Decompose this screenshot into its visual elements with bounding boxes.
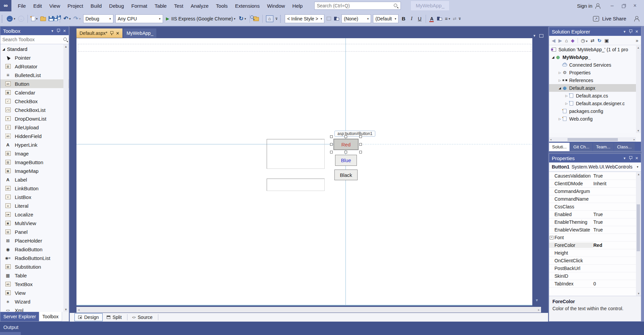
- toolbox-item-xml[interactable]: <>Xml: [0, 306, 69, 312]
- restore-button[interactable]: [618, 1, 629, 11]
- forward-icon[interactable]: ▶: [558, 38, 562, 43]
- toolbox-item-pointer[interactable]: Pointer: [0, 53, 69, 62]
- resize-handle[interactable]: [330, 135, 333, 138]
- open-file-button[interactable]: [39, 14, 47, 24]
- toolbox-item-checkbox[interactable]: ✓CheckBox: [0, 97, 69, 106]
- toolbox-item-listbox[interactable]: ≡ListBox: [0, 193, 69, 201]
- menu-format[interactable]: Format: [128, 0, 151, 11]
- scroll-up-icon[interactable]: ▲: [637, 173, 640, 176]
- css-style-dropdown[interactable]: < Inline Style >▾: [285, 14, 324, 23]
- tree-item-properties[interactable]: ▷ ⚙ Properties: [549, 69, 636, 76]
- tree-item-default-aspx[interactable]: ◢ ⊕ Default.aspx: [549, 84, 636, 92]
- toolbox-item-dropdownlist[interactable]: ▾DropDownList: [0, 114, 69, 123]
- browser-home-button[interactable]: ⌂: [265, 14, 275, 24]
- redo-button[interactable]: ↷▾: [72, 14, 82, 24]
- toolbox-item-localize[interactable]: a●Localize: [0, 210, 69, 219]
- toolbox-item-table[interactable]: ▦Table: [0, 271, 69, 280]
- back-icon[interactable]: ◀: [552, 38, 555, 43]
- menu-analyze[interactable]: Analyze: [187, 0, 212, 11]
- scrollbar-thumb[interactable]: [637, 204, 640, 251]
- tab-mywebapp[interactable]: MyWebApp_: [123, 28, 156, 38]
- property-row[interactable]: PostBackUrl: [549, 265, 636, 272]
- tab-default-aspx[interactable]: Default.aspx* ✕: [76, 28, 122, 38]
- close-icon[interactable]: ✕: [635, 29, 638, 34]
- property-row-forecolor[interactable]: ForeColorRed: [549, 242, 636, 249]
- start-debugging-button[interactable]: ▶IIS Express (Google Chrome)▾: [164, 16, 237, 21]
- property-row[interactable]: CssClass: [549, 203, 636, 211]
- toolbox-item-literal[interactable]: aLiteral: [0, 201, 69, 210]
- css-class-dropdown[interactable]: (None)▾: [341, 14, 371, 23]
- expander-icon[interactable]: ◢: [551, 56, 555, 59]
- property-row[interactable]: Height: [549, 249, 636, 257]
- menu-project[interactable]: Project: [64, 0, 87, 11]
- toolbox-item-view[interactable]: ▣View: [0, 288, 69, 297]
- chevron-down-icon[interactable]: ▾: [624, 156, 626, 160]
- resize-handle[interactable]: [359, 151, 362, 153]
- menu-file[interactable]: File: [14, 0, 30, 11]
- toolbar-grip[interactable]: [2, 15, 4, 22]
- italic-button[interactable]: I: [408, 16, 416, 21]
- toolbox-item-textbox[interactable]: abTextBox: [0, 280, 69, 288]
- show-borders-button[interactable]: [325, 14, 332, 24]
- scroll-down-icon[interactable]: ▼: [64, 308, 67, 311]
- property-row[interactable]: CausesValidationTrue: [549, 172, 636, 180]
- toolbox-search-input[interactable]: [2, 37, 63, 42]
- solution-tree-hscrollbar[interactable]: ◂▸: [549, 137, 636, 142]
- toolbar-overflow-button[interactable]: ▪▪▾: [458, 17, 462, 20]
- collapse-all-icon[interactable]: ▣: [604, 38, 609, 43]
- layout-box-2[interactable]: [267, 179, 325, 191]
- scroll-right-icon[interactable]: ▸: [634, 138, 635, 141]
- property-row[interactable]: CommandName: [549, 195, 636, 203]
- hyperlink-button[interactable]: ⇄: [451, 14, 458, 24]
- pending-changes-icon[interactable]: ◷▾: [581, 38, 588, 43]
- toolbar-overflow-button[interactable]: ▪▪▾: [275, 17, 279, 20]
- tree-item-references[interactable]: ▷ References: [549, 76, 636, 84]
- red-button-control[interactable]: Red: [333, 139, 359, 150]
- toolbox-item-hiddenfield[interactable]: abHiddenField: [0, 132, 69, 140]
- chevron-down-icon[interactable]: ▾: [533, 34, 535, 38]
- expand-plus-icon[interactable]: +: [550, 236, 553, 240]
- toolbox-item-radiobuttonlist[interactable]: ◉≡RadioButtonList: [0, 254, 69, 262]
- tab-solution-explorer[interactable]: Soluti...: [549, 143, 570, 151]
- scroll-left-icon[interactable]: ◂: [78, 308, 79, 312]
- underline-button[interactable]: U: [416, 16, 424, 21]
- property-row-font[interactable]: +Font: [549, 234, 636, 242]
- toolbox-item-linkbutton[interactable]: abLinkButton: [0, 184, 69, 193]
- menu-extensions[interactable]: Extensions: [231, 0, 263, 11]
- tree-item-default-aspx-designer[interactable]: ▷ Default.aspx.designer.c: [549, 99, 636, 107]
- tab-toolbox[interactable]: Toolbox: [39, 312, 62, 321]
- menu-edit[interactable]: Edit: [30, 0, 46, 11]
- feedback-icon[interactable]: [634, 16, 639, 21]
- scroll-left-icon[interactable]: ◂: [550, 138, 551, 141]
- tab-split[interactable]: Split: [103, 314, 125, 321]
- pin-icon[interactable]: [629, 29, 632, 34]
- scroll-up-icon[interactable]: ▲: [637, 46, 640, 49]
- tree-item-mywebapp[interactable]: ◢ ⊕ MyWebApp_: [549, 53, 636, 61]
- toolbar-grip[interactable]: [280, 15, 282, 22]
- toolbox-item-adrotator[interactable]: ▥AdRotator: [0, 62, 69, 71]
- tree-item-solution[interactable]: Solution 'MyWebApp_' (1 of 1 pro: [549, 46, 636, 53]
- window-list-icon[interactable]: [539, 34, 543, 38]
- tree-item-packages-config[interactable]: packages.config: [549, 107, 636, 115]
- navigate-back-button[interactable]: ←▾: [5, 14, 17, 24]
- chevron-down-icon[interactable]: ▾: [624, 29, 626, 34]
- toolbox-item-label[interactable]: ALabel: [0, 175, 69, 184]
- minimize-button[interactable]: –: [606, 1, 618, 11]
- expander-icon[interactable]: ▷: [558, 79, 562, 82]
- menu-test[interactable]: Test: [170, 0, 187, 11]
- home-icon[interactable]: ⌂: [565, 38, 568, 43]
- sync-with-active-document-icon[interactable]: ⇄: [591, 38, 595, 43]
- expander-icon[interactable]: ◢: [558, 86, 562, 90]
- new-style-window-button[interactable]: [332, 14, 340, 24]
- switch-views-icon[interactable]: ◆: [571, 38, 575, 43]
- menu-tools[interactable]: Tools: [212, 0, 231, 11]
- menu-window[interactable]: Window: [263, 0, 288, 11]
- quick-search-box[interactable]: [314, 2, 401, 10]
- black-button-control[interactable]: Black: [334, 170, 358, 180]
- menu-table[interactable]: Table: [151, 0, 170, 11]
- save-all-button[interactable]: [55, 14, 58, 24]
- new-file-button[interactable]: ✦▾: [30, 14, 39, 24]
- tree-item-connected-services[interactable]: Connected Services: [549, 61, 636, 69]
- property-row[interactable]: ClientIDModeInherit: [549, 180, 636, 188]
- toolbox-item-image[interactable]: ▨Image: [0, 149, 69, 158]
